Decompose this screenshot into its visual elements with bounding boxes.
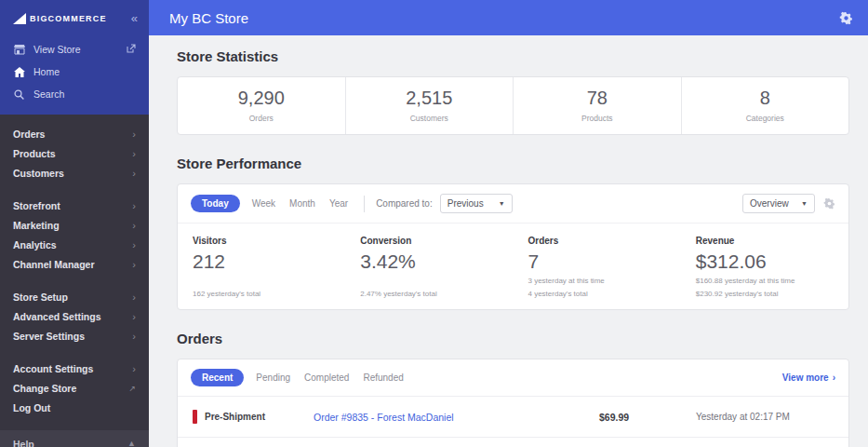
sidebar-item-store-setup[interactable]: Store Setup› xyxy=(0,287,149,306)
orders-toolbar: Recent Pending Completed Refunded View m… xyxy=(178,359,848,397)
metric-sub2: 2.47% yesterday's total xyxy=(360,290,498,298)
chevron-right-icon: › xyxy=(833,372,835,383)
chevron-right-icon: › xyxy=(132,168,136,179)
tab-completed[interactable]: Completed xyxy=(304,372,349,383)
tab-year[interactable]: Year xyxy=(329,198,348,209)
tab-refunded[interactable]: Refunded xyxy=(363,372,403,383)
sidebar-item-label: Search xyxy=(33,88,64,100)
order-amount: $69.99 xyxy=(599,412,664,423)
toolbar-divider xyxy=(364,196,365,212)
sidebar-item-advanced-settings[interactable]: Advanced Settings› xyxy=(0,306,149,326)
sidebar-item-storefront[interactable]: Storefront› xyxy=(0,196,149,215)
sidebar-item-label: Analytics xyxy=(13,239,57,251)
performance-toolbar: Today Week Month Year Compared to: Previ… xyxy=(178,184,848,224)
chevron-right-icon: › xyxy=(132,239,136,251)
sidebar-item-channel-manager[interactable]: Channel Manager› xyxy=(0,254,149,274)
toolbar-right-group: Overview ▼ xyxy=(742,194,835,213)
chevron-right-icon: › xyxy=(132,129,136,140)
storefront-icon xyxy=(13,45,25,55)
sidebar-item-label: Store Setup xyxy=(13,291,68,303)
stat-value: 2,515 xyxy=(346,88,514,109)
sidebar-item-customers[interactable]: Customers› xyxy=(0,163,149,183)
order-link[interactable]: Order #9835 - Forest MacDaniel xyxy=(314,412,599,423)
sidebar-item-label: Orders xyxy=(13,129,45,140)
sidebar-collapse-icon[interactable]: « xyxy=(131,11,138,25)
sidebar-logo-row: BIGCOMMERCE « xyxy=(0,0,149,38)
overview-value: Overview xyxy=(750,198,789,209)
sidebar-item-label: Marketing xyxy=(13,220,60,231)
sidebar-item-label: Server Settings xyxy=(13,331,85,342)
sidebar-top-section: BIGCOMMERCE « View Store Home Search xyxy=(0,0,149,115)
metric-value: 7 xyxy=(528,251,666,273)
chevron-right-icon: › xyxy=(132,311,136,322)
orders-card: Recent Pending Completed Refunded View m… xyxy=(177,359,849,447)
stat-products[interactable]: 78 Products xyxy=(514,77,682,134)
caret-down-icon: ▼ xyxy=(499,200,505,207)
search-icon xyxy=(13,89,25,100)
metric-label: Orders xyxy=(528,236,666,246)
sidebar-group-account: Account Settings› Change Store↗ Log Out xyxy=(0,359,149,417)
sidebar-item-change-store[interactable]: Change Store↗ xyxy=(0,378,149,398)
home-icon xyxy=(13,67,25,77)
stat-label: Customers xyxy=(346,114,514,123)
stat-value: 9,290 xyxy=(178,88,345,109)
stat-label: Products xyxy=(514,114,681,123)
tab-pending[interactable]: Pending xyxy=(256,372,290,383)
metric-label: Revenue xyxy=(696,236,834,246)
order-row[interactable]: Pre-Shipment Order #9834 - Tacitus Cornb… xyxy=(178,438,848,447)
order-status-cell: Pre-Shipment xyxy=(193,410,314,424)
store-statistics-title: Store Statistics xyxy=(177,48,849,64)
sidebar-item-search[interactable]: Search xyxy=(0,83,149,105)
stat-customers[interactable]: 2,515 Customers xyxy=(346,77,514,134)
order-time: Yesterday at 02:17 PM xyxy=(664,412,834,422)
order-row[interactable]: Pre-Shipment Order #9835 - Forest MacDan… xyxy=(178,397,848,438)
view-more-link[interactable]: View more› xyxy=(782,372,835,383)
tab-today[interactable]: Today xyxy=(191,195,240,212)
top-header-bar: My BC Store xyxy=(149,0,868,35)
store-performance-card: Today Week Month Year Compared to: Previ… xyxy=(177,183,849,310)
main-area: My BC Store Store Statistics 9,290 Order… xyxy=(149,0,868,447)
chevron-right-icon: › xyxy=(132,259,136,270)
sidebar-help-section[interactable]: Help Support Pin: 888888 ▲ xyxy=(0,430,149,447)
tab-week[interactable]: Week xyxy=(252,198,275,209)
sidebar-item-label: View Store xyxy=(33,44,81,55)
sidebar-item-server-settings[interactable]: Server Settings› xyxy=(0,326,149,345)
sidebar-item-marketing[interactable]: Marketing› xyxy=(0,215,149,235)
caret-up-icon[interactable]: ▲ xyxy=(127,439,136,447)
metric-sub2: 4 yesterday's total xyxy=(528,290,666,298)
switch-store-icon: ↗ xyxy=(128,384,136,393)
metric-sub2: 162 yesterday's total xyxy=(193,290,330,298)
tab-recent[interactable]: Recent xyxy=(191,369,244,386)
compared-to-value: Previous xyxy=(447,198,484,209)
sidebar-item-home[interactable]: Home xyxy=(0,61,149,83)
stat-orders[interactable]: 9,290 Orders xyxy=(178,77,346,134)
performance-settings-gear-icon[interactable] xyxy=(823,197,835,210)
compared-to-select[interactable]: Previous ▼ xyxy=(440,194,513,213)
stat-categories[interactable]: 8 Categories xyxy=(682,77,849,134)
bigcommerce-sail-icon xyxy=(13,13,26,24)
sidebar-item-label: Home xyxy=(33,66,60,77)
orders-section-title: Orders xyxy=(177,331,849,346)
external-link-icon xyxy=(127,44,136,55)
stat-value: 78 xyxy=(514,88,681,109)
content-area: Store Statistics 9,290 Orders 2,515 Cust… xyxy=(149,35,868,447)
logo-text: BIGCOMMERCE xyxy=(30,14,107,23)
order-status: Pre-Shipment xyxy=(205,412,265,422)
stat-value: 8 xyxy=(682,88,849,109)
sidebar-item-products[interactable]: Products› xyxy=(0,143,149,163)
help-text-block: Help Support Pin: 888888 xyxy=(13,439,89,447)
metric-label: Visitors xyxy=(193,236,330,246)
sidebar-item-label: Products xyxy=(13,148,56,159)
sidebar-item-log-out[interactable]: Log Out xyxy=(0,398,149,417)
overview-select[interactable]: Overview ▼ xyxy=(742,194,815,213)
metric-value: $312.06 xyxy=(696,251,834,273)
sidebar-item-orders[interactable]: Orders› xyxy=(0,124,149,143)
help-title: Help xyxy=(13,439,89,447)
store-statistics-card: 9,290 Orders 2,515 Customers 78 Products… xyxy=(177,76,849,135)
settings-gear-icon[interactable] xyxy=(839,11,853,25)
metric-visitors: Visitors 212 162 yesterday's total xyxy=(178,224,345,309)
tab-month[interactable]: Month xyxy=(289,198,315,209)
sidebar-item-account-settings[interactable]: Account Settings› xyxy=(0,359,149,378)
sidebar-item-view-store[interactable]: View Store xyxy=(0,38,149,61)
sidebar-item-analytics[interactable]: Analytics› xyxy=(0,235,149,254)
